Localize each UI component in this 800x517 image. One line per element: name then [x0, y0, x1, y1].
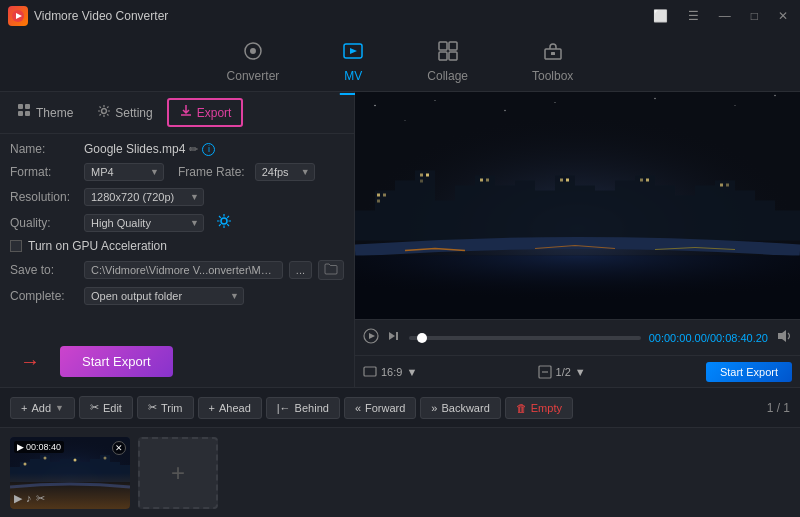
quality-arrow-icon: ▼ [190, 218, 199, 228]
add-clip-button[interactable]: + [138, 437, 218, 509]
open-folder-button[interactable] [318, 260, 344, 280]
chat-button[interactable]: ⬜ [649, 7, 672, 25]
minimize-button[interactable]: — [715, 7, 735, 25]
svg-point-56 [44, 456, 47, 459]
svg-rect-7 [449, 42, 457, 50]
svg-rect-34 [480, 179, 483, 182]
gpu-label: Turn on GPU Acceleration [28, 239, 167, 253]
browse-dots-button[interactable]: ... [289, 261, 312, 279]
ratio-selector[interactable]: 16:9 ▼ [363, 365, 417, 379]
tab-converter[interactable]: Converter [215, 35, 292, 89]
trash-icon: 🗑 [516, 402, 527, 414]
name-info-icon[interactable]: i [202, 143, 215, 156]
complete-arrow-icon: ▼ [230, 291, 239, 301]
progress-bar[interactable] [409, 336, 641, 340]
frame-rate-select[interactable]: 24fps ▼ [255, 163, 315, 181]
volume-icon[interactable] [776, 328, 792, 347]
titlebar: Vidmore Video Converter ⬜ ☰ — □ ✕ [0, 0, 800, 32]
svg-point-22 [504, 110, 505, 111]
edit-button[interactable]: ✂ Edit [79, 396, 133, 419]
svg-point-27 [554, 102, 555, 103]
right-export-button[interactable]: Start Export [706, 362, 792, 382]
behind-button[interactable]: |← Behind [266, 397, 340, 419]
svg-rect-43 [355, 256, 800, 320]
resolution-label: Resolution: [10, 190, 78, 204]
titlebar-controls: ⬜ ☰ — □ ✕ [649, 7, 792, 25]
add-arrow-icon: ▼ [55, 403, 64, 413]
trim-icon: ✂ [148, 401, 157, 414]
svg-point-25 [774, 95, 775, 96]
name-label: Name: [10, 142, 78, 156]
clip-close-button[interactable]: ✕ [112, 441, 126, 455]
mv-icon [343, 41, 363, 66]
svg-rect-47 [396, 332, 398, 340]
progress-handle[interactable] [417, 333, 427, 343]
collage-icon [438, 41, 458, 66]
svg-rect-36 [560, 179, 563, 182]
svg-rect-6 [439, 42, 447, 50]
step-forward-button[interactable] [387, 329, 401, 346]
resolution-select[interactable]: 1280x720 (720p) ▼ [84, 188, 204, 206]
converter-icon [243, 41, 263, 66]
tab-collage[interactable]: Collage [415, 35, 480, 89]
svg-rect-41 [726, 184, 729, 187]
name-value: Google Slides.mp4 [84, 142, 185, 156]
save-path-value[interactable]: C:\Vidmore\Vidmore V...onverter\MV Expor… [84, 261, 283, 279]
theme-grid-icon [18, 104, 32, 121]
svg-point-57 [74, 458, 77, 461]
subtab-setting[interactable]: Setting [87, 100, 162, 125]
format-select[interactable]: MP4 ▼ [84, 163, 164, 181]
trim-button[interactable]: ✂ Trim [137, 396, 194, 419]
empty-button[interactable]: 🗑 Empty [505, 397, 573, 419]
zoom-selector[interactable]: 1/2 ▼ [538, 365, 586, 379]
subtab-theme[interactable]: Theme [8, 100, 83, 125]
tab-mv[interactable]: MV [331, 35, 375, 89]
timeline: ▶ 00:08:40 ✕ ▶ ♪ ✂ + [0, 427, 800, 517]
nav-tabs: Converter MV Collage [0, 32, 800, 92]
svg-rect-40 [720, 184, 723, 187]
svg-rect-29 [383, 194, 386, 197]
close-button[interactable]: ✕ [774, 7, 792, 25]
menu-button[interactable]: ☰ [684, 7, 703, 25]
svg-point-3 [250, 48, 256, 54]
svg-rect-28 [377, 194, 380, 197]
export-icon [179, 104, 193, 121]
export-label: Export [197, 106, 232, 120]
video-controls-2: 16:9 ▼ 1/2 ▼ Start Export [355, 355, 800, 387]
clip-audio-icon[interactable]: ♪ [26, 492, 32, 505]
quality-select[interactable]: High Quality ▼ [84, 214, 204, 232]
svg-point-55 [24, 462, 27, 465]
svg-point-21 [434, 100, 435, 101]
start-export-section: → Start Export [0, 336, 354, 387]
svg-point-23 [654, 98, 656, 100]
add-plus-icon: + [21, 402, 27, 414]
quality-row: Quality: High Quality ▼ [10, 213, 344, 232]
maximize-button[interactable]: □ [747, 7, 762, 25]
tab-toolbox[interactable]: Toolbox [520, 35, 585, 89]
gpu-checkbox[interactable] [10, 240, 22, 252]
quality-gear-icon[interactable] [216, 213, 232, 232]
play-button[interactable] [363, 328, 379, 347]
svg-rect-38 [640, 179, 643, 182]
svg-point-20 [374, 105, 376, 107]
start-export-button[interactable]: Start Export [60, 346, 173, 377]
setting-label: Setting [115, 106, 152, 120]
svg-rect-12 [18, 104, 23, 109]
backward-button[interactable]: » Backward [420, 397, 500, 419]
theme-label: Theme [36, 106, 73, 120]
complete-select[interactable]: Open output folder ▼ [84, 287, 244, 305]
toolbox-icon [543, 41, 563, 66]
add-button[interactable]: + Add ▼ [10, 397, 75, 419]
svg-rect-32 [426, 174, 429, 177]
clip-play-icon[interactable]: ▶ [14, 492, 22, 505]
resolution-arrow-icon: ▼ [190, 192, 199, 202]
ahead-button[interactable]: + Ahead [198, 397, 262, 419]
svg-point-58 [104, 456, 107, 459]
forward-button[interactable]: « Forward [344, 397, 416, 419]
video-controls: 00:00:00.00/00:08:40.20 [355, 319, 800, 355]
subtab-export[interactable]: Export [167, 98, 244, 127]
name-edit-icon[interactable]: ✏ [189, 143, 198, 156]
svg-rect-11 [551, 52, 555, 55]
clip-cut-icon[interactable]: ✂ [36, 492, 45, 505]
resolution-row: Resolution: 1280x720 (720p) ▼ [10, 188, 344, 206]
